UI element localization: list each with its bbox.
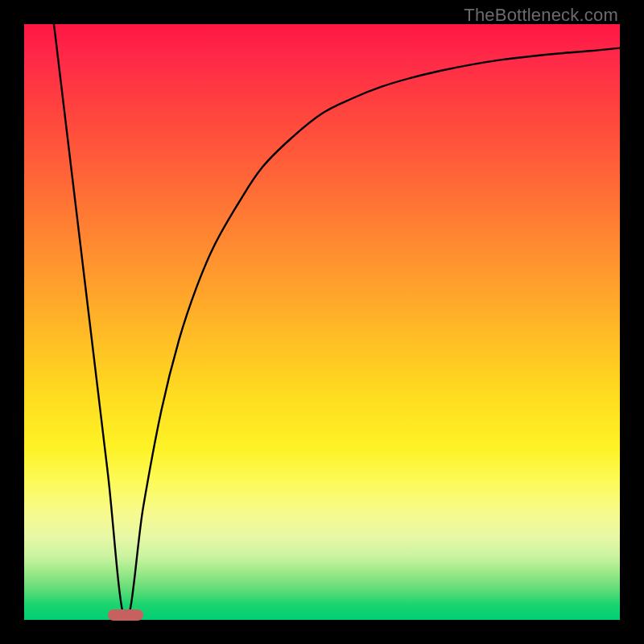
watermark-text: TheBottleneck.com: [464, 5, 618, 26]
plot-area: [24, 24, 620, 620]
optimum-marker: [108, 609, 143, 621]
bottleneck-curve: [24, 24, 620, 620]
chart-frame: TheBottleneck.com: [0, 0, 644, 644]
